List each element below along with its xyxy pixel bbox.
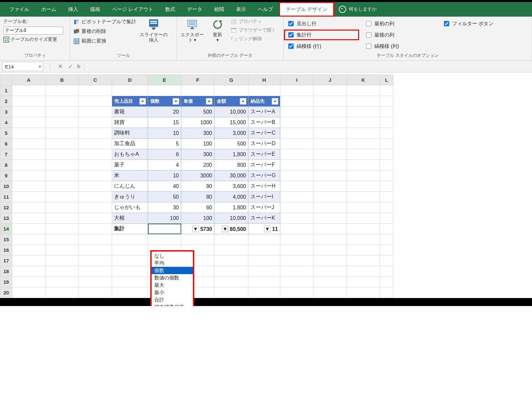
cell[interactable] <box>214 245 248 256</box>
cell[interactable] <box>380 245 393 256</box>
cell[interactable] <box>12 160 46 170</box>
table-cell-price[interactable]: 100 <box>181 213 214 224</box>
banded-cols-checkbox[interactable] <box>366 44 371 49</box>
cell[interactable] <box>347 96 380 107</box>
cell[interactable] <box>248 277 280 287</box>
cell[interactable] <box>380 277 393 287</box>
cell[interactable] <box>314 245 347 256</box>
cell[interactable] <box>46 149 79 160</box>
cell[interactable] <box>314 107 347 117</box>
dropdown-item[interactable]: 個数 <box>152 267 193 274</box>
convert-to-range-button[interactable]: 範囲に変換 <box>73 38 136 44</box>
table-cell-dest[interactable]: スーパーF <box>248 160 280 170</box>
cell[interactable] <box>280 139 314 149</box>
table-cell-dest[interactable]: スーパーG <box>248 170 280 181</box>
cell[interactable] <box>347 224 380 234</box>
cell[interactable] <box>79 256 112 266</box>
cell[interactable] <box>46 139 79 149</box>
table-cell-price[interactable]: 500 <box>181 107 214 117</box>
cell[interactable] <box>46 96 79 107</box>
cell[interactable] <box>347 149 380 160</box>
table-cell-amount[interactable]: 3,600 <box>214 181 248 192</box>
export-button[interactable]: エクスポー ト ▾ <box>180 19 204 43</box>
table-cell-amount[interactable]: 3,000 <box>214 128 248 139</box>
cell[interactable] <box>314 96 347 107</box>
option-last-col[interactable]: 最後の列 <box>365 31 434 39</box>
cell[interactable] <box>79 245 112 256</box>
cell[interactable] <box>46 256 79 266</box>
filter-button[interactable] <box>206 98 212 105</box>
cell[interactable] <box>314 224 347 234</box>
table-cell-qty[interactable]: 10 <box>148 128 181 139</box>
cell[interactable] <box>314 266 347 277</box>
cell[interactable] <box>280 107 314 117</box>
cell[interactable] <box>380 107 393 117</box>
filter-button[interactable] <box>272 98 278 105</box>
cell[interactable] <box>314 181 347 192</box>
cell[interactable] <box>79 224 112 234</box>
total-price-cell[interactable]: ▾ 5730 <box>181 224 214 234</box>
cell[interactable] <box>248 245 280 256</box>
cell[interactable] <box>112 277 148 287</box>
table-cell-dest[interactable]: スーパーK <box>248 213 280 224</box>
name-box[interactable]: E14 ▼ <box>2 62 43 71</box>
cell[interactable] <box>214 256 248 266</box>
cell[interactable] <box>347 192 380 202</box>
row-header[interactable]: 20 <box>0 287 12 298</box>
cell[interactable] <box>380 234 393 245</box>
table-cell-price[interactable]: 1000 <box>181 117 214 128</box>
cell[interactable] <box>12 170 46 181</box>
first-col-checkbox[interactable] <box>366 21 371 26</box>
cell[interactable] <box>248 287 280 298</box>
tab-draw[interactable]: 描画 <box>84 2 106 17</box>
cell[interactable] <box>12 213 46 224</box>
cell[interactable] <box>380 160 393 170</box>
cell[interactable] <box>380 139 393 149</box>
cell[interactable] <box>347 117 380 128</box>
cell[interactable] <box>214 287 248 298</box>
total-dropdown-button[interactable]: ▾ <box>264 226 271 232</box>
cell[interactable] <box>380 117 393 128</box>
table-cell-item[interactable]: きゅうり <box>112 192 148 202</box>
table-cell-item[interactable]: にんじん <box>112 181 148 192</box>
cell[interactable] <box>12 181 46 192</box>
cell[interactable] <box>380 96 393 107</box>
table-cell-qty[interactable]: 20 <box>148 107 181 117</box>
table-cell-amount[interactable]: 800 <box>214 160 248 170</box>
table-cell-price[interactable]: 90 <box>181 181 214 192</box>
table-header-item[interactable]: 売上品目 <box>112 96 148 107</box>
cell[interactable] <box>280 245 314 256</box>
table-cell-item[interactable]: 大根 <box>112 213 148 224</box>
cell[interactable] <box>280 170 314 181</box>
cell[interactable] <box>280 117 314 128</box>
cell[interactable] <box>148 234 181 245</box>
row-header[interactable]: 12 <box>0 202 12 213</box>
cell[interactable] <box>380 170 393 181</box>
cell[interactable] <box>347 85 380 96</box>
row-header[interactable]: 7 <box>0 149 12 160</box>
row-header[interactable]: 17 <box>0 256 12 266</box>
row-header[interactable]: 9 <box>0 170 12 181</box>
table-cell-amount[interactable]: 1,800 <box>214 149 248 160</box>
cell[interactable] <box>79 213 112 224</box>
cell[interactable] <box>380 266 393 277</box>
cell[interactable] <box>12 287 46 298</box>
dropdown-item[interactable]: 標本標準偏差 <box>152 303 193 306</box>
cell[interactable] <box>380 128 393 139</box>
total-amount-cell[interactable]: ▾ 80,500 <box>214 224 248 234</box>
cell[interactable] <box>314 160 347 170</box>
table-cell-amount[interactable]: 30,000 <box>214 170 248 181</box>
table-cell-dest[interactable]: スーパーJ <box>248 202 280 213</box>
table-header-qty[interactable]: 個数 <box>148 96 181 107</box>
cell[interactable] <box>380 181 393 192</box>
cell[interactable] <box>12 96 46 107</box>
cell[interactable] <box>79 266 112 277</box>
col-header-D[interactable]: D <box>112 75 148 85</box>
cancel-formula-button[interactable]: ✕ <box>55 63 66 70</box>
cell[interactable] <box>280 181 314 192</box>
cell[interactable] <box>314 234 347 245</box>
last-col-checkbox[interactable] <box>366 32 371 38</box>
formula-input[interactable] <box>84 62 532 71</box>
tab-file[interactable]: ファイル <box>3 2 35 17</box>
cell[interactable] <box>314 170 347 181</box>
